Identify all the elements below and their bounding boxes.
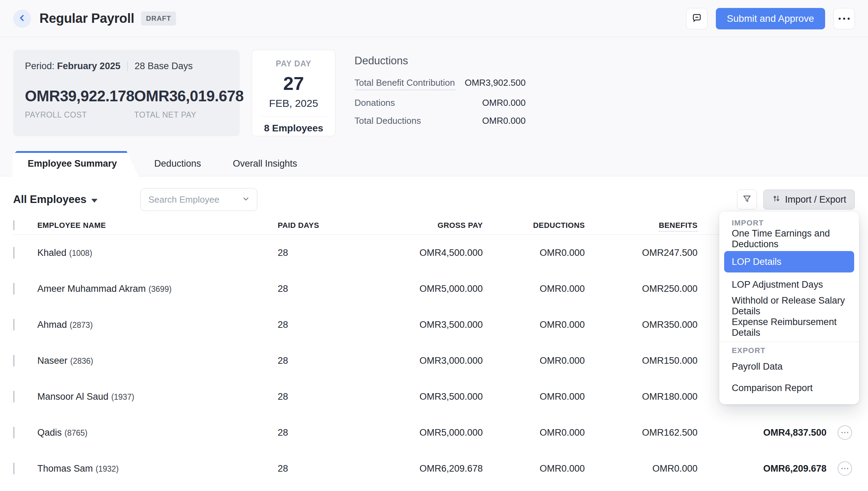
menu-item-lop-adjustment-days[interactable]: LOP Adjustment Days — [719, 274, 859, 295]
menu-item-payroll-data[interactable]: Payroll Data — [719, 356, 859, 377]
caret-down-icon — [91, 199, 98, 203]
deductions: OMR0.000 — [483, 427, 585, 438]
period-label: Period: — [25, 61, 55, 72]
payday-day: 27 — [252, 73, 335, 94]
deductions: OMR0.000 — [483, 319, 585, 330]
tab-employee-summary[interactable]: Employee Summary — [12, 151, 138, 176]
header-bar: Regular Payroll DRAFT Submit and Approve — [0, 0, 868, 37]
employee-id: (1932) — [96, 464, 119, 473]
select-row-checkbox[interactable] — [13, 391, 15, 402]
period-value: February 2025 — [57, 61, 120, 72]
paid-days: 28 — [278, 427, 361, 438]
select-row-checkbox[interactable] — [13, 319, 15, 331]
benefits: OMR247.500 — [585, 248, 698, 258]
comments-button[interactable] — [686, 8, 708, 29]
import-export-button[interactable]: Import / Export — [763, 189, 855, 210]
deductions: OMR0.000 — [483, 284, 585, 294]
employee-name: Qadis(8765) — [37, 427, 278, 438]
menu-item-lop-details[interactable]: LOP Details — [724, 251, 854, 272]
back-button[interactable] — [13, 10, 31, 28]
search-employee-combobox[interactable] — [140, 188, 257, 211]
select-all-checkbox[interactable] — [13, 220, 15, 230]
paid-days: 28 — [278, 463, 361, 474]
gross-pay: OMR3,000.000 — [361, 355, 483, 366]
benefits: OMR0.000 — [585, 463, 698, 474]
employee-name: Naseer(2836) — [37, 355, 278, 366]
payroll-page: Regular Payroll DRAFT Submit and Approve… — [0, 0, 868, 491]
col-paid-days: PAID DAYS — [278, 221, 361, 230]
ellipsis-icon — [839, 18, 850, 20]
select-row-checkbox[interactable] — [13, 463, 15, 474]
benefits: OMR350.000 — [585, 319, 698, 330]
menu-item-one-time-earnings[interactable]: One Time Earnings and Deductions — [719, 228, 859, 250]
deduction-row: Donations OMR0.000 — [354, 98, 526, 108]
chevron-left-icon — [18, 13, 27, 24]
filter-button[interactable] — [737, 189, 757, 210]
benefits: OMR162.500 — [585, 427, 698, 438]
col-deductions: DEDUCTIONS — [483, 221, 585, 230]
chevron-down-icon — [242, 195, 250, 204]
employee-count: 8 Employees — [252, 123, 335, 134]
table-row[interactable]: Thomas Sam(1932) 28 OMR6,209.678 OMR0.00… — [13, 451, 855, 487]
more-options-button[interactable] — [833, 8, 855, 29]
deduction-row: Total Benefit Contribution OMR3,902.500 — [354, 77, 526, 90]
select-row-checkbox[interactable] — [13, 247, 15, 259]
paid-days: 28 — [278, 355, 361, 366]
donations-label: Donations — [354, 98, 395, 108]
deductions-title: Deductions — [354, 55, 526, 67]
row-actions — [827, 461, 854, 476]
top-region: Regular Payroll DRAFT Submit and Approve… — [0, 0, 868, 176]
select-row-checkbox[interactable] — [13, 283, 15, 295]
payday-card: PAY DAY 27 FEB, 2025 8 Employees — [252, 50, 335, 136]
tab-deductions[interactable]: Deductions — [138, 151, 217, 176]
row-ellipsis-icon[interactable] — [838, 461, 852, 476]
col-employee-name: EMPLOYEE NAME — [37, 221, 278, 230]
table-row[interactable]: Qadis(8765) 28 OMR5,000.000 OMR0.000 OMR… — [13, 415, 855, 451]
funnel-icon — [742, 194, 752, 205]
deductions: OMR0.000 — [483, 391, 585, 402]
import-export-menu: IMPORT One Time Earnings and Deductions … — [719, 212, 859, 404]
select-row-checkbox[interactable] — [13, 427, 15, 438]
employee-id: (1937) — [111, 392, 134, 401]
employee-name: Mansoor Al Saud(1937) — [37, 391, 278, 402]
menu-item-comparison-report[interactable]: Comparison Report — [719, 377, 859, 399]
total-deductions-value: OMR0.000 — [482, 115, 526, 126]
base-days: 28 Base Days — [135, 61, 193, 72]
tab-overall-insights[interactable]: Overall Insights — [217, 151, 313, 176]
deductions: OMR0.000 — [483, 355, 585, 366]
employee-name: Ameer Muhammad Akram(3699) — [37, 284, 278, 294]
payroll-cost-value: OMR39,922.178 — [25, 87, 134, 105]
gross-pay: OMR5,000.000 — [361, 427, 483, 438]
menu-import-section-label: IMPORT — [719, 218, 859, 228]
net-pay: OMR4,837.500 — [698, 427, 827, 438]
row-ellipsis-icon[interactable] — [838, 425, 852, 440]
header-actions: Submit and Approve — [686, 8, 855, 29]
employee-id: (2873) — [70, 321, 93, 330]
gross-pay: OMR5,000.000 — [361, 284, 483, 294]
import-export-label: Import / Export — [785, 194, 846, 205]
paid-days: 28 — [278, 319, 361, 330]
deductions: OMR0.000 — [483, 248, 585, 258]
total-benefit-contribution-label[interactable]: Total Benefit Contribution — [354, 77, 455, 90]
menu-item-withhold-release-salary[interactable]: Withhold or Release Salary Details — [719, 295, 859, 317]
gross-pay: OMR3,500.000 — [361, 391, 483, 402]
gross-pay: OMR4,500.000 — [361, 248, 483, 258]
gross-pay: OMR6,209.678 — [361, 463, 483, 474]
employee-filter-dropdown[interactable]: All Employees — [13, 193, 98, 206]
comment-icon — [692, 13, 702, 25]
employee-id: (3699) — [149, 285, 172, 294]
col-benefits: BENEFITS — [585, 221, 698, 230]
employee-id: (1008) — [69, 249, 92, 258]
search-employee-input[interactable] — [148, 194, 242, 205]
benefits: OMR150.000 — [585, 355, 698, 366]
amounts: OMR39,922.178 PAYROLL COST OMR36,019.678… — [25, 87, 228, 120]
menu-item-expense-reimbursement[interactable]: Expense Reimbursement Details — [719, 317, 859, 338]
employee-id: (8765) — [65, 428, 87, 437]
deductions: OMR0.000 — [483, 463, 585, 474]
select-row-checkbox[interactable] — [13, 355, 15, 367]
total-benefit-contribution-value: OMR3,902.500 — [465, 77, 526, 88]
submit-and-approve-button[interactable]: Submit and Approve — [716, 8, 825, 29]
net-pay: OMR6,209.678 — [698, 463, 827, 474]
employee-filter-label: All Employees — [13, 193, 86, 206]
employee-id: (2836) — [70, 356, 93, 365]
